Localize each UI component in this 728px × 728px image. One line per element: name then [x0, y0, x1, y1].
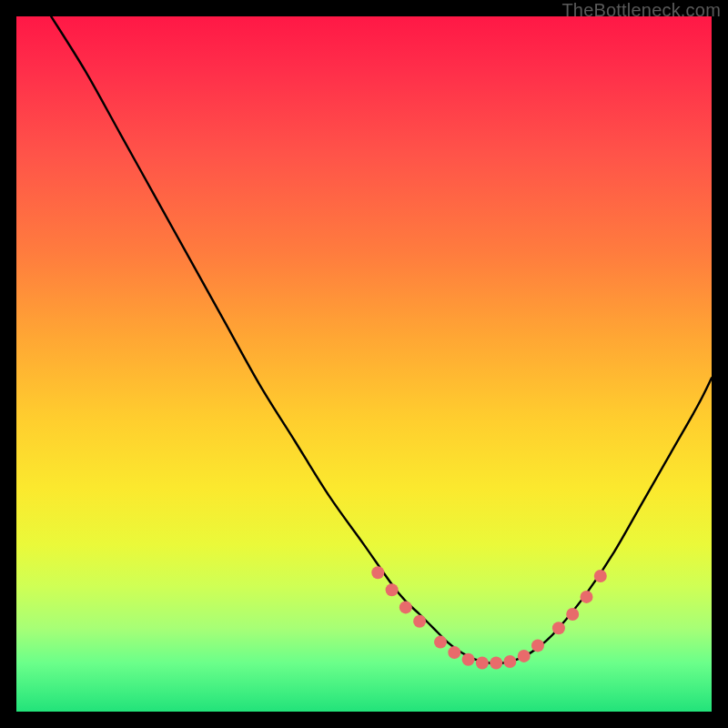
- bottleneck-curve: [51, 16, 712, 663]
- data-marker: [462, 653, 475, 666]
- chart-stage: TheBottleneck.com: [0, 0, 728, 728]
- curve-group: [51, 16, 712, 663]
- data-marker: [448, 646, 460, 659]
- watermark-text: TheBottleneck.com: [561, 0, 721, 21]
- data-marker: [552, 622, 565, 634]
- chart-svg: [16, 16, 712, 712]
- data-marker: [371, 566, 384, 579]
- data-marker: [566, 608, 579, 621]
- data-marker: [413, 615, 426, 628]
- data-marker: [399, 601, 412, 613]
- chart-plot-area: [16, 16, 712, 712]
- data-marker: [594, 570, 607, 582]
- marker-group: [371, 566, 607, 669]
- data-marker: [434, 636, 447, 649]
- data-marker: [581, 591, 593, 603]
- data-marker: [531, 639, 544, 652]
- data-marker: [476, 657, 489, 670]
- data-marker: [386, 583, 399, 596]
- data-marker: [503, 655, 516, 668]
- data-marker: [490, 657, 502, 670]
- data-marker: [518, 650, 531, 662]
